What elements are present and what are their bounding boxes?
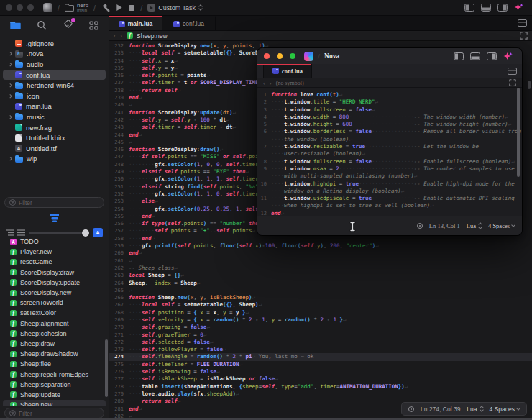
split-left-icon[interactable] <box>464 4 474 12</box>
symbols-filter-input[interactable]: Filter <box>4 408 104 419</box>
split-bottom-icon[interactable] <box>470 52 480 60</box>
code-line[interactable]: 260end↵ <box>109 250 532 257</box>
tab-conf-lua[interactable]: conf.lua <box>263 64 312 78</box>
card-icon[interactable] <box>508 68 517 75</box>
zoom-button[interactable] <box>290 53 295 59</box>
minimize-button[interactable] <box>277 53 283 59</box>
stop-button[interactable] <box>128 4 135 12</box>
code-line[interactable]: 277····self.isBlackSheep = isBlackSheep … <box>109 375 532 383</box>
sparkle-icon[interactable] <box>503 52 513 61</box>
nav-forward-icon[interactable]: › <box>120 32 124 40</box>
files-sidebar-button[interactable] <box>10 21 21 29</box>
code-line[interactable]: 8····t.window.fullscreen = false········… <box>257 158 522 165</box>
code-line[interactable]: 7····t.window.resizable = true··········… <box>257 143 522 150</box>
nav-back-icon[interactable]: ‹ <box>114 32 117 40</box>
file-tree-item[interactable]: icon <box>3 91 106 101</box>
code-line[interactable]: 271····self.grazeTimer = 0↵ <box>109 332 532 339</box>
issues-sidebar-button[interactable] <box>63 20 73 31</box>
code-line[interactable]: ····user-resizable (boolean)↵ <box>257 150 522 158</box>
search-sidebar-button[interactable] <box>37 20 47 30</box>
symbol-item[interactable]: Sheep:flee <box>3 359 106 369</box>
code-line[interactable]: ····the window (boolean)↵ <box>257 136 522 143</box>
code-line[interactable]: 265↵ <box>109 287 532 294</box>
sparkle-icon[interactable] <box>514 3 523 12</box>
nova-float-window[interactable]: / Nova conf.lua ‹ › (no symbol) 1functio… <box>257 48 522 235</box>
file-tree-item[interactable]: main.lua <box>3 101 106 112</box>
code-line[interactable]: 10····t.window.highdpi = true···········… <box>257 181 522 188</box>
code-line[interactable]: 278····table.insert(sheepAnimations, {sh… <box>109 383 532 391</box>
symbol-item[interactable]: Sheep:cohesion <box>3 329 106 339</box>
run-button[interactable] <box>115 4 123 12</box>
code-line[interactable]: ····when highdpi is set to true as well … <box>257 202 522 209</box>
outline-icon[interactable] <box>6 229 14 236</box>
indentation-selector[interactable]: 4 Spaces <box>490 406 520 413</box>
task-selector[interactable]: Custom Task <box>147 4 202 12</box>
code-line[interactable]: 262-- Sheep class↵ <box>109 265 532 272</box>
chevron-right-icon[interactable] <box>9 95 15 98</box>
chevron-right-icon[interactable] <box>9 52 15 55</box>
symbol-item[interactable]: Sheep.new <box>3 400 106 406</box>
list-icon[interactable] <box>17 229 25 236</box>
sidebar-scrollbar[interactable] <box>105 339 108 397</box>
language-selector[interactable]: Lua <box>467 222 482 229</box>
code-line[interactable]: 274····self.fleeAngle = random() * 2 * p… <box>109 353 532 360</box>
symbol-item[interactable]: screenToWorld <box>3 298 106 308</box>
code-line[interactable]: 258····end↵ <box>109 235 532 242</box>
code-line[interactable]: 6····t.window.borderless = false········… <box>257 128 522 135</box>
symbol-item[interactable]: TODO <box>3 237 106 247</box>
file-tree-item[interactable]: music <box>3 111 106 122</box>
tab-main-lua[interactable]: main.lua <box>109 16 162 30</box>
file-tree-item[interactable]: .gitignore <box>3 38 106 49</box>
symbol-item[interactable]: Sheep:drawShadow <box>3 349 106 359</box>
code-line[interactable]: 2····t.window.title = "HERD NERD"↵ <box>257 99 522 106</box>
file-tree-item[interactable]: herdnerd-win64 <box>3 80 106 91</box>
code-line[interactable]: 279····love.audio.play(sfx.sheepAdd)↵ <box>109 391 532 398</box>
code-line[interactable]: 276····self.isRemoving = false↵ <box>109 368 532 375</box>
breadcrumb-symbol[interactable]: Sheep.new <box>137 32 168 40</box>
chevron-right-icon[interactable] <box>9 158 15 160</box>
symbol-item[interactable]: Sheep:separation <box>3 380 106 390</box>
code-line[interactable]: 5····t.window.height = 600··············… <box>257 121 522 128</box>
zoom-button[interactable] <box>27 4 34 11</box>
build-button[interactable] <box>101 3 110 12</box>
tab-conf-lua[interactable]: conf.lua <box>162 16 216 30</box>
editor-scrollbar[interactable] <box>528 81 531 89</box>
minimize-button[interactable] <box>17 4 23 11</box>
file-tree-item[interactable]: conf.lua <box>3 70 106 81</box>
extensions-sidebar-button[interactable] <box>89 21 98 30</box>
file-filter-input[interactable]: Filter <box>4 197 104 208</box>
code-line[interactable]: ····with multi-sampled antialiasing (num… <box>257 173 522 180</box>
code-line[interactable]: 273····self.followPlayer = false↵ <box>109 346 532 353</box>
split-right-icon[interactable] <box>497 4 508 12</box>
expand-icon[interactable] <box>520 32 528 40</box>
chevron-right-icon[interactable] <box>9 84 15 87</box>
code-line[interactable]: 263local Sheep = {}↵ <box>109 272 532 279</box>
code-line[interactable]: 259····gfx.printf(self.points, floor(sel… <box>109 242 532 250</box>
language-selector[interactable]: Lua <box>467 406 482 413</box>
symbol-item[interactable]: Sheep:update <box>3 390 106 400</box>
symbols-scope-slider[interactable] <box>29 232 89 234</box>
code-line[interactable]: 264Sheep.__index = Sheep↵ <box>109 280 532 287</box>
symbol-item[interactable]: setTextColor <box>3 308 106 318</box>
close-button[interactable] <box>6 4 12 11</box>
code-line[interactable]: 1function love.conf(t)↵ <box>257 91 522 99</box>
project-button[interactable]: herd main <box>65 3 88 13</box>
code-line[interactable]: 11····t.window.usedpiscale = true·······… <box>257 195 522 202</box>
code-line[interactable]: ····window on a Retina display (boolean)… <box>257 188 522 195</box>
file-tree-item[interactable]: wip <box>3 154 106 165</box>
split-left-icon[interactable] <box>454 52 464 60</box>
code-line[interactable]: 4····t.window.width = 800···············… <box>257 114 522 121</box>
card-icon[interactable] <box>518 19 527 27</box>
file-tree-item[interactable]: .nova <box>3 49 106 60</box>
code-line[interactable]: 275····self.fleeTimer = FLEE_DURATION↵ <box>109 361 532 368</box>
float-scrollbar[interactable] <box>517 88 520 177</box>
symbol-item[interactable]: ScoreDisplay:draw <box>3 268 106 278</box>
code-line[interactable]: 261↵ <box>109 257 532 265</box>
chevron-right-icon[interactable] <box>9 116 15 119</box>
split-bottom-icon[interactable] <box>481 4 491 12</box>
nav-forward-icon[interactable]: › <box>270 79 273 86</box>
split-right-icon[interactable] <box>487 52 497 60</box>
chevron-right-icon[interactable] <box>9 63 15 66</box>
symbol-item[interactable]: Player.new <box>3 247 106 257</box>
symbol-item[interactable]: Sheep:repelFromEdges <box>3 369 106 379</box>
